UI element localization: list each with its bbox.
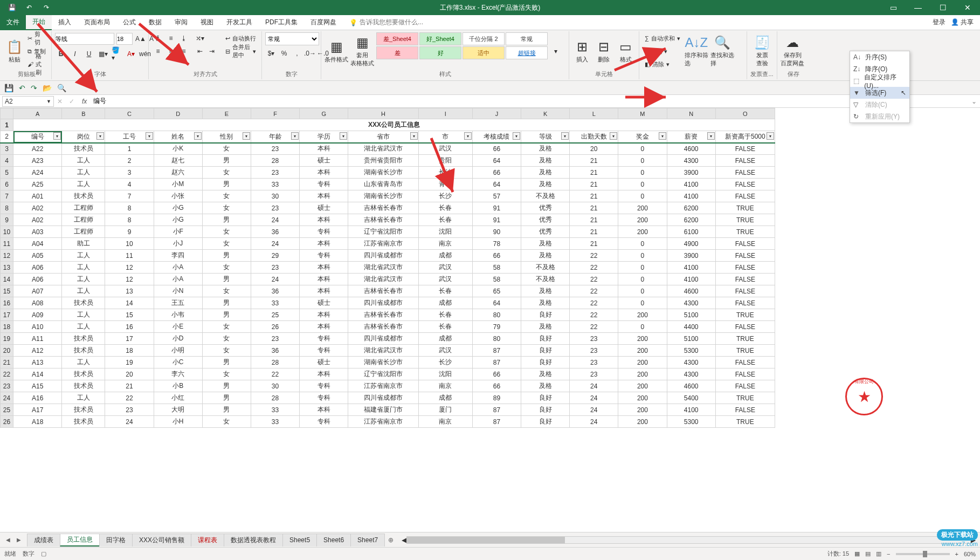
data-cell[interactable]: 技术员 [62,416,105,428]
accounting-format-icon[interactable]: $▾ [265,47,277,59]
data-cell[interactable]: FALSE [715,179,775,190]
scrollbar-thumb[interactable] [407,537,565,543]
align-center-icon[interactable]: ≡ [165,45,177,57]
filter-header-cell[interactable]: 等级▾ [521,131,569,143]
data-cell[interactable]: 专科 [300,416,348,428]
data-cell[interactable]: 工人 [62,167,105,179]
data-cell[interactable]: 女 [202,262,251,274]
row-header[interactable]: 21 [1,357,13,368]
invoice-check-button[interactable]: 🧾发票 查验 [750,32,774,70]
data-cell[interactable]: A09 [13,309,62,321]
data-cell[interactable]: 21 [570,190,618,202]
data-cell[interactable]: 0 [618,262,667,274]
align-right-icon[interactable]: ≡ [178,45,190,57]
data-cell[interactable]: 小C [154,357,202,368]
data-cell[interactable]: A06 [13,274,62,285]
data-cell[interactable]: 女 [202,143,251,155]
data-cell[interactable]: 良好 [521,345,569,357]
data-cell[interactable]: FALSE [715,274,775,285]
fx-icon[interactable]: fx [82,98,87,105]
data-cell[interactable]: A02 [13,202,62,214]
data-cell[interactable]: 57 [472,190,521,202]
row-header[interactable]: 9 [1,214,13,226]
data-cell[interactable]: 大明 [154,404,202,416]
data-cell[interactable]: 4100 [667,190,715,202]
data-cell[interactable]: 1 [105,143,154,155]
data-cell[interactable]: 24 [570,380,618,392]
filter-dropdown-icon[interactable]: ▾ [610,132,617,140]
filter-header-cell[interactable]: 市▾ [418,131,472,143]
row-header[interactable]: 14 [1,274,13,285]
column-header[interactable]: G [300,108,348,119]
data-cell[interactable]: 工人 [62,274,105,285]
data-cell[interactable]: A02 [13,214,62,226]
percent-format-icon[interactable]: % [278,47,290,59]
chevron-down-icon[interactable]: ▼ [46,99,51,104]
data-cell[interactable]: 良好 [521,309,569,321]
clear-button[interactable]: ◧清除▾ [643,58,682,70]
data-cell[interactable]: 5400 [667,392,715,404]
data-cell[interactable]: 小F [154,226,202,238]
data-cell[interactable]: 吉林省长春市 [348,214,418,226]
login-link[interactable]: 登录 [933,18,946,27]
style-good2[interactable]: 好 [419,46,461,59]
data-cell[interactable]: A01 [13,190,62,202]
data-cell[interactable]: 本科 [300,309,348,321]
data-cell[interactable]: 小韦 [154,309,202,321]
row-header[interactable]: 24 [1,392,13,404]
data-cell[interactable]: 6200 [667,202,715,214]
ribbon-display-options-icon[interactable]: ▭ [881,0,906,15]
wrap-text-button[interactable]: ↩自动换行 [223,32,258,44]
data-cell[interactable]: 21 [570,238,618,250]
data-cell[interactable]: FALSE [715,321,775,333]
conditional-formatting-button[interactable]: ▦条件格式 [325,32,348,70]
column-header[interactable]: I [418,108,472,119]
data-cell[interactable]: 0 [618,274,667,285]
data-cell[interactable]: TRUE [715,416,775,428]
data-cell[interactable]: 湖南省长沙市 [348,167,418,179]
horizontal-scrollbar[interactable]: ◀ ▶ [397,536,980,544]
data-cell[interactable]: 男 [202,297,251,309]
data-cell[interactable]: 本科 [300,321,348,333]
minimize-button[interactable]: — [906,0,930,15]
data-cell[interactable]: 28 [251,357,299,368]
data-cell[interactable]: 女 [202,190,251,202]
data-cell[interactable]: 24 [251,238,299,250]
data-cell[interactable]: 吉林省长春市 [348,309,418,321]
data-cell[interactable]: A13 [13,357,62,368]
data-cell[interactable]: 男 [202,155,251,167]
qat-undo-icon[interactable]: ↶ [22,2,37,13]
data-cell[interactable]: 及格 [521,167,569,179]
data-cell[interactable]: 本科 [300,262,348,274]
data-cell[interactable]: 4600 [667,143,715,155]
data-cell[interactable]: 21 [570,167,618,179]
data-cell[interactable]: 200 [618,368,667,380]
data-cell[interactable]: FALSE [715,357,775,368]
data-cell[interactable]: 专科 [300,226,348,238]
data-cell[interactable]: 江苏省南京市 [348,416,418,428]
data-cell[interactable]: 21 [570,214,618,226]
data-cell[interactable]: 吉林省长春市 [348,321,418,333]
data-cell[interactable]: 3900 [667,250,715,262]
data-cell[interactable]: FALSE [715,155,775,167]
data-cell[interactable]: 武汉 [418,274,472,285]
qat-redo-icon[interactable]: ↷ [39,2,54,13]
data-cell[interactable]: 22 [570,274,618,285]
data-cell[interactable]: 及格 [521,250,569,262]
row-header[interactable]: 13 [1,262,13,274]
style-bad2[interactable]: 差 [376,46,418,59]
cell-styles-gallery[interactable]: 差_Sheet4 好_Sheet4 千位分隔 2 常规 差 好 适中 超链接 [376,32,548,59]
data-cell[interactable]: TRUE [715,392,775,404]
new-sheet-button[interactable]: ⊕ [384,536,397,544]
row-header[interactable]: 1 [1,119,13,131]
data-cell[interactable]: 22 [570,321,618,333]
data-cell[interactable]: 200 [618,380,667,392]
data-cell[interactable]: TRUE [715,202,775,214]
style-normal[interactable]: 常规 [506,32,548,45]
filter-dropdown-icon[interactable]: ▾ [767,132,774,140]
find-select-button[interactable]: 🔍查找和选择 [710,32,734,70]
column-header[interactable]: M [618,108,667,119]
data-cell[interactable]: 0 [618,143,667,155]
data-cell[interactable]: 4300 [667,357,715,368]
increase-indent-icon[interactable]: ⇥ [206,45,218,57]
